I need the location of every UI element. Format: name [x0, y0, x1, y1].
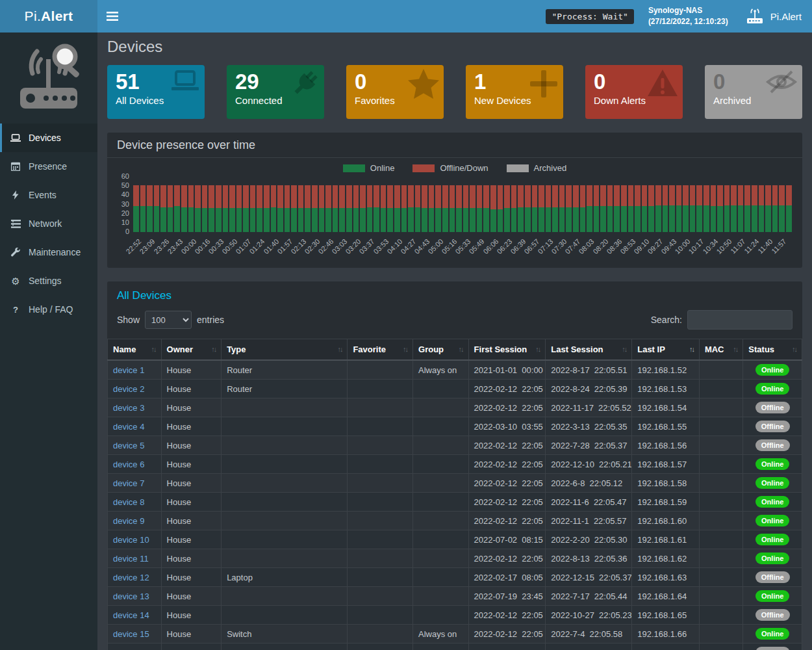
chart-bar: [511, 177, 517, 232]
sort-icon: ↑↓: [792, 345, 796, 353]
legend-label: Archived: [534, 163, 567, 173]
x-tick-label: 08:20: [591, 237, 609, 255]
first-session-cell: 2022-02-17 08:05: [468, 568, 546, 587]
status-badge: Offline: [755, 402, 790, 413]
device-name-link[interactable]: device 13: [108, 587, 162, 606]
device-name-link[interactable]: device 16: [108, 644, 162, 650]
device-name-link[interactable]: device 9: [108, 512, 162, 530]
device-name-link[interactable]: device 12: [108, 568, 162, 587]
x-tick-label: 01:07: [235, 237, 253, 255]
wrench-icon: [10, 248, 21, 257]
status-badge: Offline: [755, 647, 790, 650]
chart-bar: [285, 177, 290, 232]
group-cell: [413, 530, 469, 549]
type-cell: [222, 436, 348, 455]
chart-bar: [744, 177, 750, 232]
last-ip-cell: 192.168.1.67: [632, 644, 700, 650]
card-favorites[interactable]: 0Favorites: [346, 65, 444, 119]
chart-bar: [628, 177, 634, 232]
page-length-select[interactable]: 100: [145, 311, 192, 329]
column-header-first-session[interactable]: First Session↑↓: [468, 339, 546, 361]
column-header-type[interactable]: Type↑↓: [222, 339, 348, 361]
type-cell: Router: [222, 380, 348, 398]
device-name-link[interactable]: device 5: [108, 436, 162, 455]
sidebar-item-events[interactable]: Events: [0, 181, 97, 209]
column-header-last-session[interactable]: Last Session↑↓: [546, 339, 632, 361]
brand-logo[interactable]: Pi.Alert: [0, 0, 97, 32]
column-header-status[interactable]: Status↑↓: [743, 339, 802, 361]
last-session-cell: 2022-12-10 22:05.21: [546, 455, 632, 474]
device-name-link[interactable]: device 14: [108, 606, 162, 625]
x-tick-label: 07:13: [537, 237, 555, 255]
sidebar-menu: DevicesPresenceEventsNetworkMaintenance⚙…: [0, 124, 97, 324]
x-tick-label: 11:24: [742, 237, 760, 255]
y-tick-label: 0: [112, 228, 129, 235]
device-name-link[interactable]: device 4: [108, 417, 162, 436]
x-tick-label: 03:53: [372, 237, 390, 255]
app-identity[interactable]: Pi.Alert: [745, 8, 802, 25]
column-header-last-ip[interactable]: Last IP↑↓: [632, 339, 700, 361]
owner-cell: House: [161, 587, 222, 606]
status-cell: Online: [743, 380, 802, 398]
chart-bar: [271, 177, 277, 232]
card-archived[interactable]: 0Archived: [705, 65, 802, 119]
type-cell: Laptop: [222, 568, 348, 587]
chart-bar: [195, 177, 201, 232]
sidebar-toggle-button[interactable]: [97, 0, 127, 32]
sidebar-item-help-faq[interactable]: ?Help / FAQ: [0, 295, 97, 324]
search-input[interactable]: [687, 310, 793, 330]
chart-bar: [663, 177, 668, 232]
table-title: All Devices: [107, 283, 802, 305]
card-down-alerts[interactable]: 0Down Alerts: [585, 65, 683, 119]
device-name-link[interactable]: device 7: [108, 474, 162, 493]
owner-cell: House: [161, 625, 222, 644]
card-new-devices[interactable]: 1New Devices: [466, 65, 563, 119]
group-cell: [413, 549, 469, 568]
device-name-link[interactable]: device 10: [108, 530, 162, 549]
column-label: Owner: [167, 344, 193, 354]
status-cell: Online: [743, 587, 802, 606]
mac-cell: [699, 549, 742, 568]
top-nav: "Process: Wait" Synology-NAS (27/12/2022…: [97, 0, 812, 32]
device-name-link[interactable]: device 8: [108, 493, 162, 512]
legend-item-offline-down[interactable]: Offline/Down: [412, 163, 488, 173]
device-name-link[interactable]: device 15: [108, 625, 162, 644]
type-cell: [222, 493, 348, 512]
type-cell: [222, 549, 348, 568]
sidebar-item-settings[interactable]: ⚙Settings: [0, 266, 97, 295]
chart-bar: [387, 177, 393, 232]
sidebar-item-presence[interactable]: Presence: [0, 152, 97, 181]
card-all-devices[interactable]: 51All Devices: [107, 65, 205, 119]
x-tick-label: 09:43: [660, 237, 678, 255]
column-header-mac[interactable]: MAC↑↓: [699, 339, 742, 361]
sort-icon: ↑↓: [151, 345, 156, 353]
legend-item-archived[interactable]: Archived: [507, 163, 567, 173]
chart-bar: [463, 177, 469, 232]
last-ip-cell: 192.168.1.55: [632, 417, 700, 436]
type-cell: [222, 512, 348, 530]
column-header-name[interactable]: Name↑↓: [108, 339, 162, 361]
chart-bar: [168, 177, 173, 232]
sidebar-item-maintenance[interactable]: Maintenance: [0, 238, 97, 266]
device-name-link[interactable]: device 11: [108, 549, 162, 568]
sidebar-item-network[interactable]: Network: [0, 209, 97, 238]
device-name-link[interactable]: device 1: [108, 360, 162, 380]
table-row: device 9House2022-02-12 22:052022-11-1 2…: [108, 512, 802, 530]
chart-panel-title: Device presence over time: [107, 133, 802, 158]
status-cell: Offline: [743, 606, 802, 625]
column-header-owner[interactable]: Owner↑↓: [161, 339, 222, 361]
device-name-link[interactable]: device 2: [108, 380, 162, 398]
last-session-cell: 2022-11-14 22:05.59: [546, 644, 632, 650]
sidebar-item-devices[interactable]: Devices: [0, 124, 97, 152]
device-name-link[interactable]: device 3: [108, 398, 162, 417]
favorite-cell: [348, 360, 413, 380]
owner-cell: House: [161, 398, 222, 417]
chart-bar: [367, 177, 373, 232]
column-header-group[interactable]: Group↑↓: [413, 339, 469, 361]
device-name-link[interactable]: device 6: [108, 455, 162, 474]
card-connected[interactable]: 29Connected: [227, 65, 324, 119]
legend-item-online[interactable]: Online: [343, 163, 395, 173]
chart-bar: [765, 177, 771, 232]
last-ip-cell: 192.168.1.61: [632, 530, 700, 549]
column-header-favorite[interactable]: Favorite↑↓: [348, 339, 413, 361]
